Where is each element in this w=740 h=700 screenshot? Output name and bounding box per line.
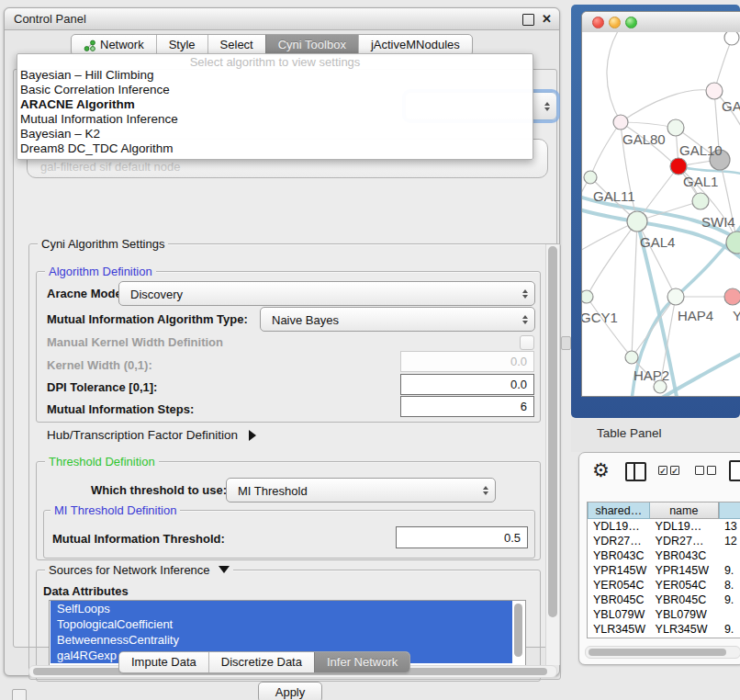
table-cell[interactable]: YBL079W: [588, 607, 650, 622]
table-cell[interactable]: [719, 607, 740, 622]
table-cell[interactable]: YDL19…: [588, 519, 650, 534]
deselect-all-icon[interactable]: [707, 466, 716, 475]
close-icon[interactable]: ✕: [542, 14, 552, 24]
table-cell[interactable]: 9.: [719, 622, 740, 637]
algorithm-option-aracne-algorithm[interactable]: ARACNE Algorithm: [17, 97, 533, 112]
table-cell[interactable]: YIL052C: [588, 637, 650, 638]
network-edge[interactable]: [587, 297, 632, 357]
select-all-icon[interactable]: ✓: [658, 466, 667, 475]
network-node[interactable]: [692, 193, 709, 209]
network-node[interactable]: [627, 211, 647, 231]
mi-steps-field[interactable]: 6: [400, 396, 534, 417]
table-row[interactable]: YLR345WYLR345W9.: [588, 622, 740, 637]
table-cell[interactable]: 9: [719, 637, 740, 638]
table-cell[interactable]: 13: [719, 519, 740, 534]
table-row[interactable]: YDL19…YDL19…13: [588, 519, 740, 534]
network-edge[interactable]: [632, 221, 637, 357]
which-threshold-combo[interactable]: MI Threshold: [226, 478, 496, 502]
select-all-icon[interactable]: ✓: [670, 466, 679, 475]
algorithm-option-bayesian-k2[interactable]: Bayesian – K2: [17, 127, 533, 141]
table-cell[interactable]: YBL079W: [650, 607, 719, 622]
attribute-item-topologicalcoefficient[interactable]: TopologicalCoefficient: [50, 616, 512, 632]
manual-kernel-width-checkbox[interactable]: [520, 335, 534, 350]
column-header-shared[interactable]: shared…: [588, 502, 650, 519]
table-cell[interactable]: YIL052C: [650, 637, 719, 638]
table-cell[interactable]: 9.: [719, 563, 740, 578]
network-node[interactable]: [584, 171, 597, 184]
network-node[interactable]: [625, 351, 638, 364]
list-vscroll-thumb[interactable]: [514, 604, 522, 657]
float-window-icon[interactable]: [522, 14, 534, 26]
deselect-all-icon[interactable]: [695, 466, 704, 475]
tab-style[interactable]: Style: [156, 35, 207, 55]
network-node[interactable]: [667, 119, 684, 136]
aracne-mode-combo[interactable]: Discovery: [118, 281, 535, 306]
panel-divider-grip[interactable]: [561, 336, 571, 350]
minimize-traffic-light-icon[interactable]: [609, 17, 621, 28]
table-row[interactable]: YBR043CYBR043C: [588, 548, 740, 563]
table-cell[interactable]: 9.: [719, 593, 740, 607]
table-cell[interactable]: [719, 548, 740, 563]
apply-button[interactable]: Apply: [258, 682, 322, 700]
network-edge[interactable]: [590, 122, 621, 177]
column-header-name[interactable]: name: [650, 502, 719, 519]
network-node[interactable]: [667, 288, 684, 305]
algorithm-option-mutual-information-inference[interactable]: Mutual Information Inference: [17, 112, 533, 127]
table-cell[interactable]: YBR045C: [588, 593, 650, 607]
network-node[interactable]: [724, 32, 739, 45]
algorithm-option-bayesian-hill-climbing[interactable]: Bayesian – Hill Climbing: [17, 68, 533, 83]
network-edge[interactable]: [582, 177, 590, 297]
window-grip-icon[interactable]: [12, 689, 27, 700]
file-icon[interactable]: [729, 460, 740, 481]
algorithm-option-basic-correlation-inference[interactable]: Basic Correlation Inference: [17, 83, 533, 97]
network-edge[interactable]: [607, 32, 621, 122]
tab-cyni-toolbox[interactable]: Cyni Toolbox: [265, 35, 358, 55]
hub-definition-section[interactable]: Hub/Transcription Factor Definition: [47, 428, 256, 442]
sources-group-title[interactable]: Sources for Network Inference: [45, 563, 233, 577]
gear-icon[interactable]: ⚙: [592, 459, 610, 481]
network-edge[interactable]: [632, 297, 676, 357]
tab-jactivemnodules[interactable]: jActiveMNodules: [358, 35, 472, 55]
network-node[interactable]: [670, 158, 687, 175]
network-edge[interactable]: [637, 221, 676, 297]
table-cell[interactable]: YBR045C: [650, 593, 719, 607]
table-row[interactable]: YBR045CYBR045C9.: [588, 593, 740, 607]
column-view-icon[interactable]: [625, 462, 646, 481]
table-cell[interactable]: YBR043C: [650, 548, 719, 563]
table-cell[interactable]: 8.: [719, 578, 740, 593]
table-cell[interactable]: YLR345W: [588, 622, 650, 637]
network-node[interactable]: [613, 115, 628, 130]
algorithm-option-dream8-dc-tdc-algorithm[interactable]: Dream8 DC_TDC Algorithm: [17, 141, 533, 156]
table-row[interactable]: YER054CYER054C8.: [588, 578, 740, 593]
close-traffic-light-icon[interactable]: [592, 17, 604, 28]
tab-select[interactable]: Select: [207, 35, 265, 55]
table-cell[interactable]: YER054C: [588, 578, 650, 593]
table-cell[interactable]: YDR27…: [588, 534, 650, 548]
column-header-hidden[interactable]: [719, 502, 740, 519]
network-edge[interactable]: [621, 90, 714, 122]
dpi-tolerance-field[interactable]: 0.0: [400, 374, 534, 395]
table-row[interactable]: YPR145WYPR145W9.: [588, 563, 740, 578]
table-row[interactable]: YDR27…YDR27…12: [588, 534, 740, 548]
table-cell[interactable]: YPR145W: [588, 563, 650, 578]
settings-vscroll-thumb[interactable]: [548, 246, 557, 617]
mi-threshold-field[interactable]: 0.5: [396, 526, 528, 548]
tab-infer-network[interactable]: Infer Network: [314, 652, 409, 672]
network-node[interactable]: [724, 288, 740, 305]
zoom-traffic-light-icon[interactable]: [625, 17, 637, 28]
settings-vertical-scrollbar[interactable]: [545, 244, 560, 665]
table-cell[interactable]: 12: [719, 534, 740, 548]
table-horizontal-scrollbar[interactable]: [585, 646, 740, 659]
table-cell[interactable]: YDL19…: [650, 519, 719, 534]
table-row[interactable]: YIL052CYIL052C9: [588, 637, 740, 638]
tab-discretize-data[interactable]: Discretize Data: [208, 652, 314, 672]
table-cell[interactable]: YLR345W: [650, 622, 719, 637]
table-cell[interactable]: YER054C: [650, 578, 719, 593]
network-canvas[interactable]: GALGAL80GAL10GAL1GAL11SWI4GAL4GCY1HAP4YH…: [582, 32, 740, 396]
table-row[interactable]: YBL079WYBL079W: [588, 607, 740, 622]
network-edge[interactable]: [587, 221, 637, 297]
kernel-width-field[interactable]: 0.0: [400, 351, 534, 372]
mi-algorithm-type-combo[interactable]: Naive Bayes: [260, 307, 535, 332]
attribute-item-betweennesscentrality[interactable]: BetweennessCentrality: [50, 632, 512, 648]
network-node[interactable]: [582, 290, 593, 303]
